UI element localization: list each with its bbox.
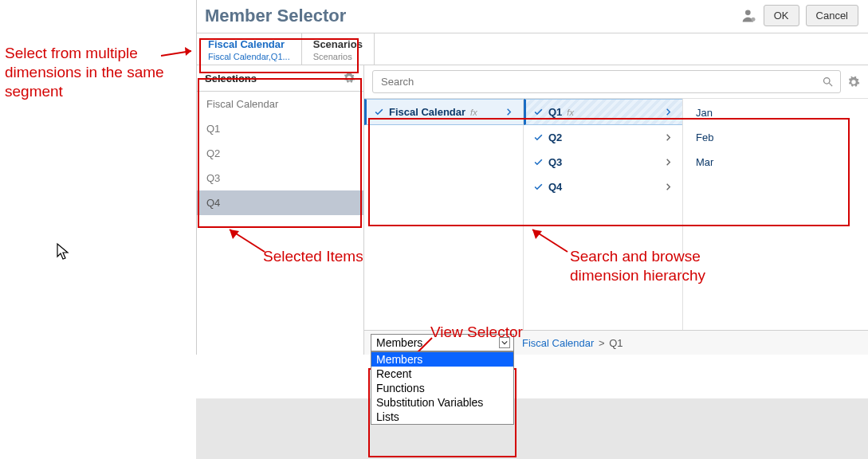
- footer-bar: Members Fiscal Calendar > Q1 Members Rec…: [364, 330, 868, 355]
- hierarchy-column-1: Fiscal Calendar fx: [364, 99, 524, 330]
- selection-item[interactable]: Q1: [197, 116, 363, 141]
- svg-marker-5: [185, 47, 191, 56]
- svg-line-4: [161, 51, 191, 56]
- annotation-arrow: [161, 46, 199, 62]
- svg-point-2: [824, 78, 831, 84]
- member-selector-dialog: Member Selector OK Cancel Fiscal Calenda…: [196, 0, 868, 355]
- chevron-right-icon: [664, 133, 673, 142]
- selections-label: Selections: [205, 73, 257, 84]
- gear-icon[interactable]: [343, 72, 355, 84]
- breadcrumb-root[interactable]: Fiscal Calendar: [522, 337, 594, 349]
- selection-item[interactable]: Q3: [197, 166, 363, 190]
- chevron-right-icon: [505, 108, 513, 116]
- selection-item[interactable]: Fiscal Calendar: [197, 92, 363, 116]
- selection-item[interactable]: Q2: [197, 141, 363, 166]
- hierarchy-label: Fiscal Calendar: [389, 106, 465, 118]
- selection-item[interactable]: Q4: [197, 190, 363, 215]
- check-icon: [374, 107, 384, 117]
- hierarchy-label: Q2: [548, 131, 562, 143]
- hierarchy-item-fiscal-calendar[interactable]: Fiscal Calendar fx: [364, 99, 523, 125]
- gear-icon[interactable]: [847, 76, 860, 88]
- view-option-functions[interactable]: Functions: [371, 381, 513, 395]
- selections-panel: Selections Fiscal Calendar Q1 Q2 Q3 Q4: [197, 65, 364, 355]
- page-title: Member Selector: [205, 6, 346, 26]
- tab-subtitle: Fiscal Calendar,Q1...: [208, 52, 290, 61]
- hierarchy-browser: Fiscal Calendar fx Q1 fx: [364, 99, 868, 330]
- selections-list: Fiscal Calendar Q1 Q2 Q3 Q4: [197, 92, 363, 215]
- chevron-right-icon: [664, 182, 673, 191]
- breadcrumb-current: Q1: [609, 337, 623, 349]
- view-option-members[interactable]: Members: [371, 352, 513, 367]
- hierarchy-column-3: Jan Feb Mar: [683, 99, 868, 330]
- hierarchy-column-2: Q1 fx Q2: [524, 99, 683, 330]
- hierarchy-item-q2[interactable]: Q2: [524, 125, 682, 150]
- check-icon: [533, 107, 544, 117]
- view-selector-dropdown: Members Recent Functions Substitution Va…: [371, 351, 514, 425]
- chevron-right-icon: [664, 158, 673, 167]
- tab-title: Fiscal Calendar: [208, 38, 290, 50]
- chevron-right-icon: [664, 108, 673, 116]
- svg-point-0: [745, 10, 751, 15]
- tab-scenarios[interactable]: Scenarios Scenarios: [302, 33, 375, 65]
- view-option-recent[interactable]: Recent: [371, 367, 513, 381]
- selections-header: Selections: [197, 65, 363, 92]
- breadcrumb-separator: >: [599, 337, 605, 349]
- content-area: Selections Fiscal Calendar Q1 Q2 Q3 Q4: [197, 65, 868, 355]
- dimension-tabs: Fiscal Calendar Fiscal Calendar,Q1... Sc…: [197, 33, 868, 65]
- hierarchy-item-q1[interactable]: Q1 fx: [524, 99, 682, 125]
- svg-line-3: [829, 83, 832, 86]
- titlebar: Member Selector OK Cancel: [197, 0, 868, 33]
- breadcrumb: Fiscal Calendar > Q1: [514, 334, 623, 349]
- hierarchy-label: Q1: [548, 106, 562, 118]
- hierarchy-leaf-jan[interactable]: Jan: [683, 99, 868, 125]
- search-icon[interactable]: [822, 76, 834, 88]
- search-input[interactable]: [379, 75, 822, 88]
- search-row: [364, 65, 868, 99]
- fx-badge: fx: [567, 108, 574, 117]
- check-icon: [533, 132, 544, 143]
- view-selector[interactable]: Members: [371, 334, 514, 351]
- view-option-lists[interactable]: Lists: [371, 410, 513, 424]
- cursor-icon: [56, 242, 70, 261]
- annotation-multi-dimensions: Select from multiple dimensions in the s…: [5, 44, 188, 100]
- view-selector-value: Members: [376, 336, 422, 349]
- chevron-down-icon: [499, 337, 510, 348]
- cancel-button[interactable]: Cancel: [806, 5, 858, 26]
- check-icon: [533, 182, 544, 192]
- check-icon: [533, 157, 544, 167]
- hierarchy-label: Q3: [548, 156, 562, 168]
- search-box[interactable]: [372, 70, 841, 93]
- hierarchy-item-q4[interactable]: Q4: [524, 175, 682, 199]
- hierarchy-label: Q4: [548, 181, 562, 193]
- view-option-substitution-variables[interactable]: Substitution Variables: [371, 395, 513, 410]
- ok-button[interactable]: OK: [764, 5, 799, 26]
- tab-title: Scenarios: [313, 38, 363, 50]
- browse-panel: Fiscal Calendar fx Q1 fx: [364, 65, 868, 355]
- fx-badge: fx: [470, 108, 477, 117]
- user-settings-icon[interactable]: [741, 8, 757, 24]
- hierarchy-leaf-feb[interactable]: Feb: [683, 125, 868, 150]
- hierarchy-leaf-mar[interactable]: Mar: [683, 150, 868, 175]
- hierarchy-item-q3[interactable]: Q3: [524, 150, 682, 175]
- tab-fiscal-calendar[interactable]: Fiscal Calendar Fiscal Calendar,Q1...: [197, 33, 302, 65]
- tab-subtitle: Scenarios: [313, 52, 363, 61]
- svg-point-1: [751, 17, 755, 21]
